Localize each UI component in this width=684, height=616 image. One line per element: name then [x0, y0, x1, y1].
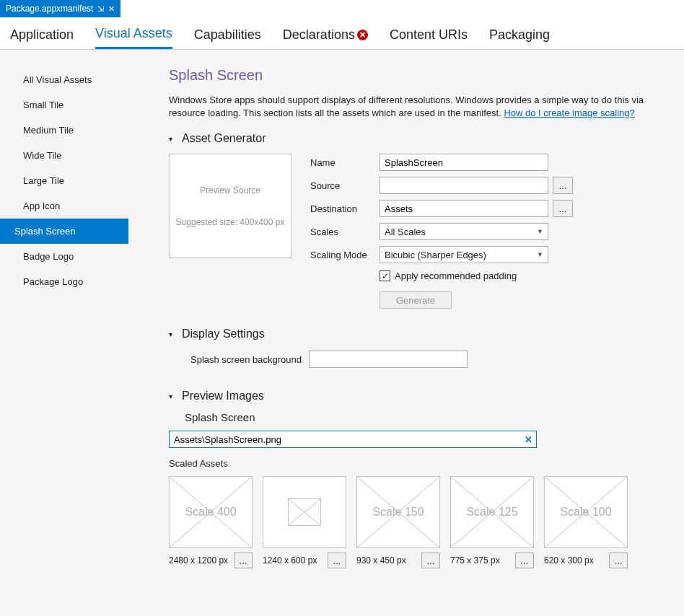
sidebar-item-splash-screen[interactable]: Splash Screen: [0, 219, 128, 244]
scaled-preview-200[interactable]: [263, 476, 346, 548]
section-title: Display Settings: [182, 327, 265, 340]
help-link[interactable]: How do I create image scaling?: [504, 107, 634, 118]
scaled-preview-150[interactable]: Scale 150: [356, 476, 440, 548]
padding-checkbox[interactable]: ✓: [380, 270, 390, 281]
scaled-preview-125[interactable]: Scale 125: [450, 476, 534, 548]
section-title: Preview Images: [182, 390, 264, 402]
scaled-item-125: Scale 125 775 x 375 px ...: [450, 476, 534, 568]
page: Splash Screen Windows Store apps should …: [128, 50, 684, 615]
sidebar-item-badge-logo[interactable]: Badge Logo: [0, 244, 128, 269]
sidebar-item-all-visual-assets[interactable]: All Visual Assets: [0, 67, 128, 92]
scale-browse-button[interactable]: ...: [234, 553, 253, 568]
tab-capabilities[interactable]: Capabilities: [194, 26, 261, 49]
section-asset-generator[interactable]: ▾ Asset Generator: [169, 132, 677, 145]
scaled-item-400: Scale 400 2480 x 1200 px ...: [169, 476, 253, 568]
scale-label: Scale 400: [180, 506, 240, 519]
chevron-down-icon: ▾: [169, 330, 177, 338]
destination-label: Destination: [310, 203, 375, 214]
scale-dimensions: 620 x 300 px: [544, 555, 594, 566]
tab-label: Content URIs: [390, 27, 468, 43]
document-tab[interactable]: Package.appxmanifest ⇲ ✕: [0, 0, 120, 17]
scales-select[interactable]: All Scales ▼: [380, 223, 548, 240]
scaled-preview-100[interactable]: Scale 100: [544, 476, 628, 548]
section-preview-images[interactable]: ▾ Preview Images: [169, 390, 677, 402]
page-description: Windows Store apps should support displa…: [169, 94, 677, 119]
scale-label: Scale 125: [462, 506, 522, 519]
source-input[interactable]: [380, 177, 548, 194]
destination-input[interactable]: [380, 200, 548, 217]
scale-dimensions: 1240 x 600 px: [263, 555, 317, 566]
sidebar-item-medium-tile[interactable]: Medium Tile: [0, 118, 128, 143]
tab-label: Capabilities: [194, 27, 261, 43]
tab-declarations[interactable]: Declarations✕: [283, 26, 368, 49]
preview-source-label: Preview Source: [200, 185, 260, 195]
name-input[interactable]: [380, 154, 548, 171]
scaled-item-100: Scale 100 620 x 300 px ...: [544, 476, 628, 568]
scales-value: All Scales: [385, 226, 426, 237]
name-label: Name: [310, 157, 375, 168]
destination-browse-button[interactable]: ...: [553, 200, 573, 217]
splash-path-input[interactable]: [169, 431, 537, 448]
tab-visual-assets[interactable]: Visual Assets: [95, 26, 172, 49]
tab-content-uris[interactable]: Content URIs: [390, 26, 468, 49]
tab-label: Declarations: [283, 27, 355, 43]
section-title: Asset Generator: [182, 132, 266, 145]
sidebar-item-small-tile[interactable]: Small Tile: [0, 92, 128, 118]
path-input-wrapper: ✕: [169, 431, 537, 448]
scaled-item-150: Scale 150 930 x 450 px ...: [356, 476, 440, 568]
scale-dimensions: 775 x 375 px: [450, 555, 500, 566]
clear-icon[interactable]: ✕: [525, 434, 532, 445]
tab-label: Visual Assets: [95, 26, 172, 41]
background-row: Splash screen background: [169, 351, 677, 368]
document-tab-title: Package.appxmanifest: [6, 4, 93, 14]
content-area: All Visual Assets Small Tile Medium Tile…: [0, 50, 684, 615]
pin-icon[interactable]: ⇲: [97, 4, 104, 14]
scaled-preview-400[interactable]: Scale 400: [169, 476, 253, 548]
chevron-down-icon: ▾: [169, 392, 177, 400]
section-display-settings[interactable]: ▾ Display Settings: [169, 327, 677, 340]
sidebar-item-wide-tile[interactable]: Wide Tile: [0, 143, 128, 168]
scale-dimensions: 2480 x 1200 px: [169, 555, 228, 566]
scale-browse-button[interactable]: ...: [421, 553, 440, 568]
main-tabs: Application Visual Assets Capabilities D…: [0, 17, 684, 50]
sidebar-item-large-tile[interactable]: Large Tile: [0, 168, 128, 193]
sidebar: All Visual Assets Small Tile Medium Tile…: [0, 50, 128, 615]
background-label: Splash screen background: [190, 354, 302, 365]
scales-label: Scales: [310, 226, 375, 237]
tab-packaging[interactable]: Packaging: [489, 26, 550, 49]
tab-label: Application: [10, 27, 74, 43]
padding-row: ✓ Apply recommended padding: [380, 270, 573, 281]
page-title: Splash Screen: [169, 67, 677, 84]
padding-label: Apply recommended padding: [395, 270, 517, 281]
sidebar-item-package-logo[interactable]: Package Logo: [0, 269, 128, 294]
generate-button[interactable]: Generate: [380, 291, 452, 309]
scaling-mode-label: Scaling Mode: [310, 250, 375, 260]
close-icon[interactable]: ✕: [108, 4, 115, 14]
preview-size-label: Suggested size: 400x400 px: [176, 217, 285, 227]
scale-browse-button[interactable]: ...: [515, 553, 534, 568]
scale-dimensions: 930 x 450 px: [356, 555, 406, 566]
scale-browse-button[interactable]: ...: [328, 553, 346, 568]
scaled-item-200: 1240 x 600 px ...: [263, 476, 346, 568]
scale-browse-button[interactable]: ...: [609, 553, 628, 568]
scale-label: Scale 100: [556, 506, 615, 519]
chevron-down-icon: ▼: [537, 228, 543, 235]
scaled-assets-row: Scale 400 2480 x 1200 px ... 1240 x 60: [169, 476, 677, 568]
error-icon: ✕: [357, 30, 368, 40]
document-tab-bar: Package.appxmanifest ⇲ ✕: [0, 0, 684, 17]
asset-generator-form: Name Source ... Destination ... Scales A…: [310, 154, 573, 309]
source-label: Source: [310, 180, 375, 191]
preview-subtitle: Splash Screen: [169, 411, 677, 423]
chevron-down-icon: ▼: [537, 251, 543, 258]
scale-label: Scale 150: [368, 506, 428, 519]
source-browse-button[interactable]: ...: [553, 177, 573, 194]
background-input[interactable]: [309, 351, 468, 368]
placeholder-image-icon: [288, 498, 321, 526]
tab-label: Packaging: [489, 27, 550, 43]
asset-generator-body: Preview Source Suggested size: 400x400 p…: [169, 154, 677, 309]
scaling-mode-select[interactable]: Bicubic (Sharper Edges) ▼: [380, 246, 548, 263]
preview-source-box[interactable]: Preview Source Suggested size: 400x400 p…: [169, 154, 291, 258]
scaling-mode-value: Bicubic (Sharper Edges): [385, 250, 486, 260]
tab-application[interactable]: Application: [10, 26, 74, 49]
sidebar-item-app-icon[interactable]: App Icon: [0, 193, 128, 219]
